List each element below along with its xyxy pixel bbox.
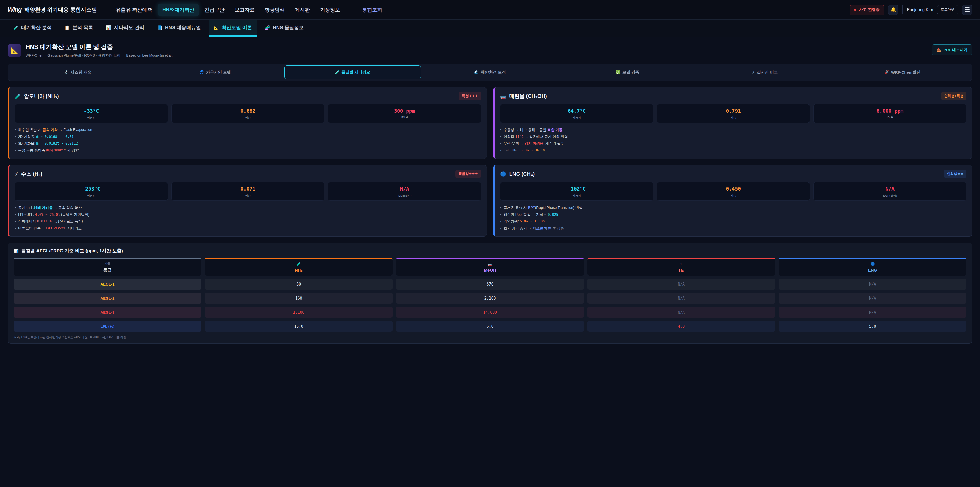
highlight-text: 4.0% ~ 75.0% [35,212,60,217]
subnav-tab-label: 대기확산 분석 [21,24,52,31]
section-tab-7[interactable]: 🚀WRF-Chem발전 [834,65,970,79]
stat-row: 64.7°C비등점0.791비중6,000 ppmIDLH [500,104,966,123]
bullet-dot-icon: • [500,134,501,139]
stat-box: N/AIDLH(질식) [813,182,966,201]
incident-dot-icon [854,9,856,11]
table-col-header-등급: 기준등급 [14,258,201,276]
section-tab-label: 모델 검증 [622,70,639,75]
bullet-dot-icon: • [500,141,501,145]
chemical-card-h2: ⚡수소 (H₂)폭발성★★★-253°C비등점0.071비중N/AIDLH(질식… [8,165,487,237]
chemical-icon: ⚡ [15,171,18,177]
table-col-header-NH₃: 🧪NH₃ [205,258,393,276]
section-tab-2[interactable]: 🌀가우시안 모델 [147,65,283,79]
topnav-item-8[interactable]: 통합조회 [358,3,387,16]
topnav-item-1[interactable]: 유출유 확산예측 [111,3,156,16]
bullet-text: , 계측기 필수 [543,141,564,145]
subnav-tab-icon: 📋 [65,25,70,30]
highlight-text: ṁ = 0.0182t - 0.0112 [36,141,78,145]
table-row-LFL (%): LFL (%)15.06.04.05.0 [14,321,966,332]
topnav-item-6[interactable]: 게시판 [291,3,314,16]
highlight-text: 최대 10km [46,148,64,152]
bullet-item: •LFL~UFL: 4.0% ~ 75.0% (극넓은 가연범위) [15,211,481,218]
stat-box: -162°C비등점 [500,182,653,201]
stat-box: 300 ppmIDLH [328,104,481,123]
subnav-tab-1[interactable]: 🧪대기확산 분석 [9,20,56,37]
stat-box: 64.7°C비등점 [500,104,653,123]
highlight-text: 복합 거동 [547,128,563,132]
hamburger-menu-button[interactable] [962,5,972,15]
subnav-tab-2[interactable]: 📋분석 목록 [60,20,98,37]
highlight-text: 5.0% ~ 15.0% [520,219,545,223]
table-header-icon: 🔵 [870,262,875,266]
card-title: 🧫메탄올 (CH₃OH) [500,93,547,100]
bullet-text: 초기 냉각 증기 → [504,226,533,230]
highlight-text: 지표면 체류 [532,226,551,230]
value-cell: 5.0 [779,321,966,332]
chemical-card-meoh: 🧫메탄올 (CH₃OH)인화성+독성64.7°C비등점0.791비중6,000 … [493,87,972,159]
stat-value: 6,000 ppm [815,108,965,114]
section-tab-label: WRF-Chem발전 [891,70,921,75]
section-tab-5[interactable]: ✅모델 검증 [559,65,696,79]
bullet-text: → Flash Evaporation [58,128,92,132]
bullet-item: •무색·무취 → 감지 어려움, 계측기 필수 [500,140,966,147]
bullet-text: LFL~UFL: [18,212,35,217]
card-title: 🧪암모니아 (NH₃) [15,93,59,100]
subnav-tab-4[interactable]: 📘HNS 대응매뉴얼 [153,20,206,37]
stat-box: N/AIDLH(질식) [328,182,481,201]
bullet-item: •독성 구름 풍하측 최대 10km까지 영향 [15,147,481,154]
subnav-tab-5[interactable]: 📐확산모델 이론 [209,20,257,37]
chemical-icon: 🔵 [500,171,506,177]
subnav-tab-6[interactable]: 🧬HNS 물질정보 [260,20,309,37]
incident-label: 사고 진행중 [859,7,880,13]
section-tab-icon: 🔬 [64,70,68,74]
highlight-text: 6.0% ~ 36.5% [520,148,546,152]
topnav-item-7[interactable]: 기상정보 [316,3,344,16]
bullet-text: 무색·무취 → [504,141,525,145]
highlight-text: 14배 가벼움 [33,206,52,210]
subnav-tab-icon: 📐 [213,25,219,30]
section-tab-6[interactable]: ⚡실시간 비교 [697,65,833,79]
highlight-text: 0.025t [548,212,560,217]
section-tab-3[interactable]: 🧪물질별 시나리오 [284,65,421,79]
card-header: ⚡수소 (H₂)폭발성★★★ [15,170,481,178]
cell-value: 160 [295,296,302,300]
value-cell: N/A [587,307,775,318]
topnav-item-4[interactable]: 보고자료 [231,3,259,16]
incident-status-badge: 사고 진행중 [850,5,884,15]
row-label: AEGL-1 [100,282,115,286]
section-tab-label: 시스템 개요 [71,70,92,75]
stat-label: IDLH(질식) [330,194,479,198]
nav-divider [902,5,903,14]
table-row-AEGL-1: AEGL-130670N/AN/A [14,279,966,290]
stat-box: 0.682비중 [172,104,325,123]
chemical-name: 메탄올 (CH₃OH) [509,93,547,100]
bullet-text: Puff 모델 필수 → [18,226,46,230]
stat-box: -253°C비등점 [15,182,168,201]
topnav-item-3[interactable]: 긴급구난 [200,3,229,16]
section-tab-4[interactable]: 🌊해양환경 보정 [422,65,558,79]
card-header: 🔵LNG (CH₄)인화성★★ [500,170,966,178]
logout-button[interactable]: 로그아웃 [937,5,958,14]
table-col-header-MeOH: 🧫MeOH [396,258,584,276]
stat-label: 비중 [659,194,808,198]
topnav-item-2[interactable]: HNS·대기확산 [158,3,199,16]
bullet-dot-icon: • [500,148,501,152]
cell-value: 2,100 [484,296,496,300]
bullet-item: •Puff 모델 필수 → BLEVE/VCE 시나리오 [15,225,481,232]
cell-value: 1,100 [293,310,304,315]
stat-box: 0.450비중 [657,182,810,201]
cell-value: N/A [869,282,876,287]
cell-value: 14,000 [483,310,497,315]
value-cell: N/A [587,279,775,290]
notifications-button[interactable]: 🔔 [888,5,898,15]
topnav-item-5[interactable]: 항공탐색 [261,3,289,16]
highlight-text: BLEVE/VCE [46,226,66,230]
table-footnote: ※ H₂, LNG는 독성이 아닌 질식/인화성 위험으로 AEGL 대신 LF… [14,335,966,339]
subnav-tab-3[interactable]: 📊시나리오 관리 [101,20,149,37]
section-tab-1[interactable]: 🔬시스템 개요 [10,65,146,79]
stat-label: IDLH [815,116,965,119]
row-label: AEGL-3 [100,310,115,315]
stat-label: IDLH [330,116,479,119]
pdf-export-button[interactable]: 📥 PDF 내보내기 [932,45,972,56]
stat-label: 비중 [173,194,323,198]
